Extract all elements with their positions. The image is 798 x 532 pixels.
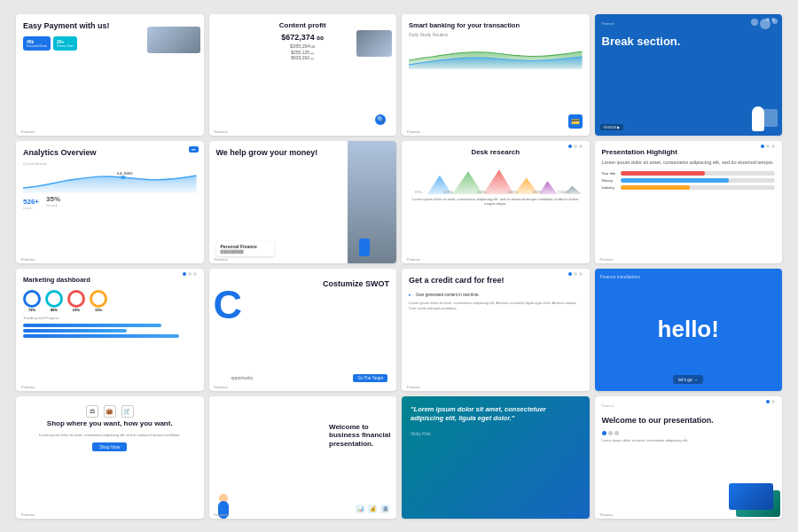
slide-analytics[interactable]: Analytics Overview ●● Current Activity 1… bbox=[16, 141, 204, 263]
banking-icon: 💳 bbox=[568, 114, 583, 129]
scale-icon: ⚖ bbox=[86, 405, 98, 418]
svg-point-0 bbox=[121, 176, 126, 179]
slide-11-watermark: Finance bbox=[407, 385, 420, 389]
slide-6-title: We help grow your money! bbox=[216, 148, 318, 158]
slide-16-watermark: Finance bbox=[600, 512, 614, 517]
slide-3-watermark: Finance bbox=[407, 129, 420, 134]
slide-7-title: Desk research bbox=[471, 148, 520, 157]
slide-5-badge: ●● bbox=[189, 146, 199, 153]
svg-text:20%: 20% bbox=[443, 191, 454, 194]
slide-presentation-highlight[interactable]: Presentation Highlight Lorem ipsum dolor… bbox=[595, 141, 783, 263]
donut-1: 72% bbox=[23, 290, 41, 312]
slide-13-watermark: Finance bbox=[21, 512, 35, 517]
slide-grow-money[interactable]: We help grow your money! Personal Financ… bbox=[209, 141, 397, 263]
slide-14-icons: 📊 💰 🏦 bbox=[356, 505, 389, 513]
slide-7-watermark: Finance bbox=[407, 257, 420, 262]
slide-16-label: Finance bbox=[602, 403, 776, 408]
building-icon: 🏦 bbox=[380, 505, 389, 513]
slide-16-dots bbox=[766, 400, 775, 403]
slide-5-chart: 14,880 bbox=[23, 168, 197, 193]
slide-business-welcome[interactable]: Welcome to business financial presentati… bbox=[209, 396, 397, 519]
slide-final-welcome[interactable]: Finance Welcome to our presentation. Lor… bbox=[595, 396, 783, 519]
slide-4-badge: 00:0000 ▶ bbox=[600, 124, 624, 130]
stat-20: 20+ Finance Team bbox=[53, 36, 77, 51]
svg-text:100%: 100% bbox=[558, 191, 571, 194]
slide-7-chart: 0% 20% 40% 60% 80% 100% bbox=[409, 163, 583, 194]
prog-bar-2 bbox=[23, 329, 127, 332]
prog-label: Trending and Progress bbox=[23, 316, 197, 320]
slide-desk-research[interactable]: Desk research bbox=[402, 141, 590, 263]
donut-2: 88% bbox=[45, 290, 63, 312]
slide-5-stats: 526+ Users 35% Growth bbox=[23, 195, 197, 210]
slide-break-section[interactable]: Finance Break section. 00:0000 ▶ bbox=[595, 14, 783, 137]
svg-text:80%: 80% bbox=[533, 191, 544, 194]
slide-easy-payment[interactable]: Easy Payment with us! 45k Successful Dea… bbox=[16, 14, 204, 137]
slide-8-title: Presentation Highlight bbox=[602, 148, 776, 157]
donut-4: 11% bbox=[90, 290, 107, 312]
slide-10-target: Go The Target bbox=[353, 374, 387, 382]
slide-12-sub: let's go → bbox=[673, 375, 703, 384]
slide-shop[interactable]: ⚖ 👜 🛒 Shop where you want, how you want.… bbox=[16, 396, 204, 519]
slide-9-title: Marketing dashboard bbox=[23, 276, 197, 284]
slide-content-profit[interactable]: Content profit $672,374 ₀₀ $285,294 ₀₀ $… bbox=[209, 14, 397, 137]
slide-16-nav-dots bbox=[602, 431, 776, 435]
bag-icon: 👜 bbox=[104, 405, 116, 418]
slide-15-author: Vicky Flint bbox=[411, 431, 581, 436]
slide-hello[interactable]: Finance Installations hello! let's go → bbox=[595, 269, 783, 391]
coins-icon: 💰 bbox=[368, 505, 377, 513]
slide-9-progbars bbox=[23, 324, 197, 338]
slide-11-desc: Lorem ipsum dolor sit amet, consectetur … bbox=[409, 301, 583, 311]
slide-smart-banking[interactable]: Smart banking for your transaction Daily… bbox=[402, 14, 590, 137]
prog-bar-3 bbox=[23, 334, 179, 338]
slide-10-letter: C bbox=[214, 285, 243, 325]
slide-4-label: Finance bbox=[602, 21, 776, 26]
svg-text:0%: 0% bbox=[415, 191, 423, 194]
slide-16-cards bbox=[729, 483, 778, 514]
slide-credit-card-free[interactable]: Get a credit card for free! User generat… bbox=[402, 269, 590, 391]
slide-swot[interactable]: C Costumize SWOT opportunity Go The Targ… bbox=[209, 269, 397, 391]
donut-3: 53% bbox=[67, 290, 85, 312]
cart-icon: 🛒 bbox=[121, 405, 134, 418]
slide-15-quote: "Lorem ipsum dolor sit amet, consectetue… bbox=[411, 405, 581, 424]
slide-10-opp: opportunity bbox=[231, 375, 254, 380]
slide-2-price-main: $672,374 ₀₀ bbox=[281, 33, 324, 42]
phone-icon bbox=[359, 239, 370, 256]
slide-13-desc: Lorem ipsum dolor sit amet, consectetur … bbox=[39, 433, 180, 437]
svg-text:40%: 40% bbox=[477, 191, 488, 194]
slide-5-watermark: Finance bbox=[21, 257, 35, 262]
slide-7-desc: Lorem ipsum dolor sit amet, consectetur … bbox=[409, 197, 583, 207]
slide-4-title: Break section. bbox=[602, 35, 776, 49]
stat-45k: 45k Successful Deals bbox=[23, 36, 51, 51]
bar-row-3: Industry bbox=[602, 185, 776, 190]
slide-9-dots bbox=[183, 272, 197, 276]
slide-5-sublabel: Current Activity bbox=[23, 161, 197, 166]
slide-11-dots bbox=[568, 272, 583, 276]
prog-bar-1 bbox=[23, 324, 161, 327]
slide-14-title: Welcome to business financial presentati… bbox=[329, 423, 391, 449]
svg-text:14,880: 14,880 bbox=[116, 171, 133, 176]
slide-quote[interactable]: "Lorem ipsum dolor sit amet, consectetue… bbox=[402, 396, 590, 519]
slide-2-title: Content profit bbox=[279, 21, 326, 30]
slide-14-watermark: Finance bbox=[215, 512, 228, 517]
slides-grid: Easy Payment with us! 45k Successful Dea… bbox=[9, 7, 789, 526]
slide-16-desc: Lorem ipsum dolor sit amet, consectetur … bbox=[602, 438, 776, 442]
slide-6-card: Personal Finance ▓▓▓▓▓▓▓▓▓ bbox=[216, 241, 274, 256]
slide-7-dots bbox=[568, 145, 583, 148]
slide-2-watermark: Finance bbox=[215, 129, 228, 134]
bar-row-2: History bbox=[602, 178, 776, 183]
bar-row-1: Your title bbox=[602, 171, 776, 176]
slide-8-bars: Your title History Industry bbox=[602, 171, 776, 190]
slide-4-circles bbox=[751, 19, 778, 29]
slide-11-title: Get a credit card for free! bbox=[409, 276, 583, 286]
search-icon: 🔍 bbox=[375, 114, 386, 125]
slide-3-title: Smart banking for your transaction bbox=[409, 21, 583, 29]
slide-5-title: Analytics Overview bbox=[23, 148, 197, 158]
slide-12-label: Finance Installations bbox=[600, 274, 641, 279]
slide-8-watermark: Finance bbox=[600, 257, 614, 262]
shop-now-button[interactable]: Shop Now bbox=[92, 442, 127, 451]
slide-13-icons: ⚖ 👜 🛒 bbox=[86, 405, 134, 418]
slide-1-watermark: Finance bbox=[21, 129, 35, 134]
slide-3-chart bbox=[409, 43, 583, 69]
slide-marketing-dashboard[interactable]: Marketing dashboard 72% 88% 53% 11% Tren… bbox=[16, 269, 204, 391]
chart-icon: 📊 bbox=[356, 505, 364, 513]
